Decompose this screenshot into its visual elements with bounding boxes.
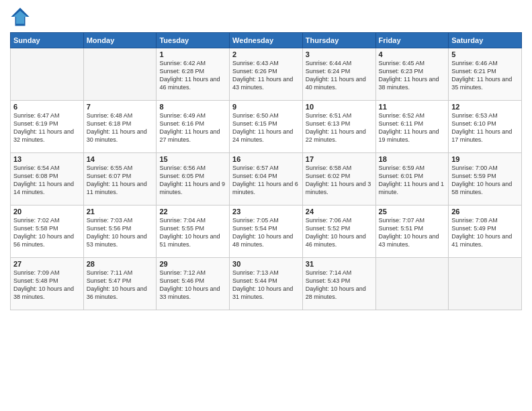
day-number: 14 [87, 155, 154, 163]
calendar-cell: 5Sunrise: 6:46 AM Sunset: 6:21 PM Daylig… [449, 48, 522, 101]
cell-content: Sunrise: 7:13 AM Sunset: 5:44 PM Dayligh… [232, 269, 300, 302]
calendar-cell: 21Sunrise: 7:03 AM Sunset: 5:56 PM Dayli… [83, 205, 157, 258]
calendar-header-row: SundayMondayTuesdayWednesdayThursdayFrid… [11, 33, 522, 48]
cell-content: Sunrise: 6:43 AM Sunset: 6:26 PM Dayligh… [232, 59, 300, 92]
day-number: 17 [306, 155, 373, 163]
calendar-cell: 15Sunrise: 6:56 AM Sunset: 6:05 PM Dayli… [157, 153, 230, 205]
calendar-cell: 31Sunrise: 7:14 AM Sunset: 5:43 PM Dayli… [302, 258, 375, 310]
day-number: 26 [451, 208, 519, 216]
day-number: 2 [232, 50, 300, 58]
cell-content: Sunrise: 6:45 AM Sunset: 6:23 PM Dayligh… [379, 59, 446, 92]
calendar-cell [375, 258, 449, 310]
day-number: 18 [379, 155, 446, 163]
cell-content: Sunrise: 6:54 AM Sunset: 6:08 PM Dayligh… [13, 164, 81, 197]
cell-content: Sunrise: 6:48 AM Sunset: 6:18 PM Dayligh… [87, 111, 154, 144]
calendar-table: SundayMondayTuesdayWednesdayThursdayFrid… [10, 32, 522, 310]
calendar-cell [83, 48, 157, 101]
weekday-header-saturday: Saturday [449, 33, 522, 48]
day-number: 21 [87, 208, 154, 216]
calendar-week-row: 27Sunrise: 7:09 AM Sunset: 5:48 PM Dayli… [11, 258, 522, 310]
calendar-cell: 29Sunrise: 7:12 AM Sunset: 5:46 PM Dayli… [157, 258, 230, 310]
calendar-cell: 20Sunrise: 7:02 AM Sunset: 5:58 PM Dayli… [11, 205, 84, 258]
day-number: 5 [451, 50, 519, 58]
day-number: 9 [232, 103, 300, 111]
calendar-cell: 17Sunrise: 6:58 AM Sunset: 6:02 PM Dayli… [302, 153, 375, 205]
day-number: 7 [87, 103, 154, 111]
weekday-header-friday: Friday [375, 33, 449, 48]
calendar-cell: 24Sunrise: 7:06 AM Sunset: 5:52 PM Dayli… [302, 205, 375, 258]
day-number: 25 [379, 208, 446, 216]
cell-content: Sunrise: 6:52 AM Sunset: 6:11 PM Dayligh… [379, 111, 446, 144]
calendar-cell: 7Sunrise: 6:48 AM Sunset: 6:18 PM Daylig… [83, 101, 157, 153]
cell-content: Sunrise: 7:08 AM Sunset: 5:49 PM Dayligh… [451, 216, 519, 249]
calendar-cell: 23Sunrise: 7:05 AM Sunset: 5:54 PM Dayli… [230, 205, 303, 258]
calendar-cell: 11Sunrise: 6:52 AM Sunset: 6:11 PM Dayli… [375, 101, 449, 153]
cell-content: Sunrise: 7:11 AM Sunset: 5:47 PM Dayligh… [87, 269, 154, 302]
cell-content: Sunrise: 6:50 AM Sunset: 6:15 PM Dayligh… [232, 111, 300, 144]
weekday-header-wednesday: Wednesday [230, 33, 303, 48]
calendar-week-row: 6Sunrise: 6:47 AM Sunset: 6:19 PM Daylig… [11, 101, 522, 153]
day-number: 22 [159, 208, 226, 216]
calendar-cell: 12Sunrise: 6:53 AM Sunset: 6:10 PM Dayli… [449, 101, 522, 153]
header [10, 7, 522, 27]
cell-content: Sunrise: 6:47 AM Sunset: 6:19 PM Dayligh… [13, 111, 81, 144]
calendar-week-row: 13Sunrise: 6:54 AM Sunset: 6:08 PM Dayli… [11, 153, 522, 205]
day-number: 30 [232, 260, 300, 268]
day-number: 15 [159, 155, 226, 163]
cell-content: Sunrise: 6:42 AM Sunset: 6:28 PM Dayligh… [159, 59, 226, 92]
logo-icon [10, 7, 30, 27]
calendar-cell: 14Sunrise: 6:55 AM Sunset: 6:07 PM Dayli… [83, 153, 157, 205]
cell-content: Sunrise: 7:14 AM Sunset: 5:43 PM Dayligh… [306, 269, 373, 302]
calendar-cell: 18Sunrise: 6:59 AM Sunset: 6:01 PM Dayli… [375, 153, 449, 205]
day-number: 27 [13, 260, 81, 268]
cell-content: Sunrise: 6:46 AM Sunset: 6:21 PM Dayligh… [451, 59, 519, 92]
cell-content: Sunrise: 6:59 AM Sunset: 6:01 PM Dayligh… [379, 164, 446, 197]
day-number: 13 [13, 155, 81, 163]
cell-content: Sunrise: 7:09 AM Sunset: 5:48 PM Dayligh… [13, 269, 81, 302]
cell-content: Sunrise: 7:04 AM Sunset: 5:55 PM Dayligh… [159, 216, 226, 249]
day-number: 12 [451, 103, 519, 111]
cell-content: Sunrise: 7:00 AM Sunset: 5:59 PM Dayligh… [451, 164, 519, 197]
day-number: 6 [13, 103, 81, 111]
calendar-cell [11, 48, 84, 101]
cell-content: Sunrise: 6:49 AM Sunset: 6:16 PM Dayligh… [159, 111, 226, 144]
calendar-cell: 19Sunrise: 7:00 AM Sunset: 5:59 PM Dayli… [449, 153, 522, 205]
day-number: 4 [379, 50, 446, 58]
weekday-header-thursday: Thursday [302, 33, 375, 48]
calendar-cell: 10Sunrise: 6:51 AM Sunset: 6:13 PM Dayli… [302, 101, 375, 153]
cell-content: Sunrise: 7:06 AM Sunset: 5:52 PM Dayligh… [306, 216, 373, 249]
day-number: 16 [232, 155, 300, 163]
day-number: 10 [306, 103, 373, 111]
cell-content: Sunrise: 7:03 AM Sunset: 5:56 PM Dayligh… [87, 216, 154, 249]
day-number: 31 [306, 260, 373, 268]
day-number: 24 [306, 208, 373, 216]
calendar-cell: 9Sunrise: 6:50 AM Sunset: 6:15 PM Daylig… [230, 101, 303, 153]
calendar-cell: 30Sunrise: 7:13 AM Sunset: 5:44 PM Dayli… [230, 258, 303, 310]
calendar-cell: 26Sunrise: 7:08 AM Sunset: 5:49 PM Dayli… [449, 205, 522, 258]
cell-content: Sunrise: 6:53 AM Sunset: 6:10 PM Dayligh… [451, 111, 519, 144]
calendar-cell: 28Sunrise: 7:11 AM Sunset: 5:47 PM Dayli… [83, 258, 157, 310]
day-number: 28 [87, 260, 154, 268]
day-number: 20 [13, 208, 81, 216]
cell-content: Sunrise: 7:05 AM Sunset: 5:54 PM Dayligh… [232, 216, 300, 249]
calendar-cell: 1Sunrise: 6:42 AM Sunset: 6:28 PM Daylig… [157, 48, 230, 101]
cell-content: Sunrise: 6:51 AM Sunset: 6:13 PM Dayligh… [306, 111, 373, 144]
day-number: 29 [159, 260, 226, 268]
weekday-header-sunday: Sunday [11, 33, 84, 48]
page: SundayMondayTuesdayWednesdayThursdayFrid… [0, 0, 532, 411]
day-number: 8 [159, 103, 226, 111]
cell-content: Sunrise: 6:58 AM Sunset: 6:02 PM Dayligh… [306, 164, 373, 197]
calendar-cell: 25Sunrise: 7:07 AM Sunset: 5:51 PM Dayli… [375, 205, 449, 258]
cell-content: Sunrise: 7:07 AM Sunset: 5:51 PM Dayligh… [379, 216, 446, 249]
day-number: 1 [159, 50, 226, 58]
weekday-header-monday: Monday [83, 33, 157, 48]
calendar-week-row: 20Sunrise: 7:02 AM Sunset: 5:58 PM Dayli… [11, 205, 522, 258]
cell-content: Sunrise: 7:02 AM Sunset: 5:58 PM Dayligh… [13, 216, 81, 249]
day-number: 19 [451, 155, 519, 163]
calendar-cell: 6Sunrise: 6:47 AM Sunset: 6:19 PM Daylig… [11, 101, 84, 153]
day-number: 23 [232, 208, 300, 216]
cell-content: Sunrise: 6:44 AM Sunset: 6:24 PM Dayligh… [306, 59, 373, 92]
calendar-cell: 13Sunrise: 6:54 AM Sunset: 6:08 PM Dayli… [11, 153, 84, 205]
calendar-cell: 8Sunrise: 6:49 AM Sunset: 6:16 PM Daylig… [157, 101, 230, 153]
calendar-cell: 2Sunrise: 6:43 AM Sunset: 6:26 PM Daylig… [230, 48, 303, 101]
